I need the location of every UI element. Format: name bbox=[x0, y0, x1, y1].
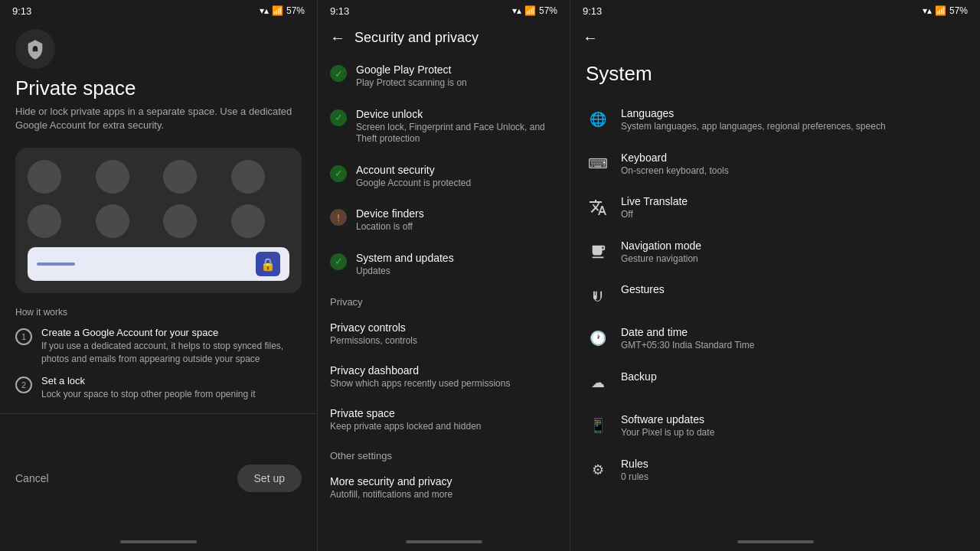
step-desc-1: If you use a dedicated account, it helps… bbox=[41, 340, 302, 366]
step-desc-2: Lock your space to stop other people fro… bbox=[41, 388, 256, 401]
system-updates-desc: Updates bbox=[356, 266, 454, 278]
gestures-icon bbox=[586, 283, 610, 308]
time-left: 9:13 bbox=[12, 5, 31, 17]
nav-line-right bbox=[737, 540, 814, 543]
wifi-icon-mid: ▾▴ bbox=[512, 5, 521, 16]
date-time-icon: 🕐 bbox=[586, 326, 610, 350]
software-updates-desc: Your Pixel is up to date bbox=[621, 427, 714, 439]
system-item-navigation-mode[interactable]: Navigation mode Gesture navigation bbox=[570, 230, 980, 275]
system-item-backup[interactable]: ☁ Backup bbox=[570, 361, 980, 404]
device-unlock-title: Device unlock bbox=[356, 108, 557, 120]
system-title: System bbox=[570, 54, 980, 98]
step-num-1: 1 bbox=[15, 328, 32, 345]
status-icons-right: ▾▴ 📶 57% bbox=[923, 5, 968, 16]
security-item-system-updates[interactable]: ✓ System and updates Updates bbox=[318, 243, 570, 287]
account-security-title: Account security bbox=[356, 164, 471, 176]
step-title-1: Create a Google Account for your space bbox=[41, 327, 302, 338]
action-buttons: Cancel Set up bbox=[0, 455, 317, 501]
more-security-title: More security and privacy bbox=[330, 475, 557, 487]
system-updates-status-icon: ✓ bbox=[330, 253, 347, 270]
privacy-dashboard-desc: Show which apps recently used permission… bbox=[330, 378, 557, 389]
app-icon-6 bbox=[96, 204, 129, 238]
system-item-date-time[interactable]: 🕐 Date and time GMT+05:30 India Standard… bbox=[570, 317, 980, 361]
private-space-title-mid: Private space bbox=[330, 407, 557, 419]
back-button-middle[interactable]: ← bbox=[330, 29, 345, 47]
live-translate-icon bbox=[586, 195, 610, 220]
app-icon-8 bbox=[231, 204, 265, 238]
nav-line-middle bbox=[406, 540, 482, 543]
backup-icon: ☁ bbox=[586, 370, 610, 395]
privacy-dashboard-title: Privacy dashboard bbox=[330, 364, 557, 377]
play-protect-title: Google Play Protect bbox=[356, 64, 467, 76]
battery-left: 57% bbox=[286, 5, 305, 16]
backup-title: Backup bbox=[621, 370, 657, 383]
nav-indicator-left bbox=[0, 536, 317, 551]
security-item-account-security[interactable]: ✓ Account security Google Account is pro… bbox=[318, 155, 570, 199]
panel-system: 9:13 ▾▴ 📶 57% ← System 🌐 Languages Syste… bbox=[570, 0, 980, 551]
play-protect-desc: Play Protect scanning is on bbox=[356, 77, 467, 90]
system-item-languages[interactable]: 🌐 Languages System languages, app langua… bbox=[570, 98, 980, 142]
system-item-software-updates[interactable]: 📱 Software updates Your Pixel is up to d… bbox=[570, 404, 980, 448]
security-item-device-finders[interactable]: ! Device finders Location is off bbox=[318, 198, 570, 243]
privacy-controls-title: Privacy controls bbox=[330, 321, 557, 334]
app-icon-2 bbox=[96, 160, 129, 194]
system-item-live-translate[interactable]: Live Translate Off bbox=[570, 186, 980, 230]
date-time-title: Date and time bbox=[621, 326, 754, 338]
privacy-item-dashboard[interactable]: Privacy dashboard Show which apps recent… bbox=[318, 355, 570, 398]
cancel-button[interactable]: Cancel bbox=[15, 472, 49, 484]
system-item-gestures[interactable]: Gestures bbox=[570, 274, 980, 317]
step-title-2: Set a lock bbox=[41, 375, 256, 386]
privacy-item-private-space[interactable]: Private space Keep private apps locked a… bbox=[318, 398, 570, 441]
app-icon-3 bbox=[163, 160, 197, 194]
play-protect-item[interactable]: ✓ Google Play Protect Play Protect scann… bbox=[318, 54, 570, 99]
device-finders-desc: Location is off bbox=[356, 221, 424, 233]
nav-indicator-right bbox=[570, 536, 980, 551]
how-item-2: 2 Set a lock Lock your space to stop oth… bbox=[0, 370, 317, 406]
nav-indicator-middle bbox=[318, 536, 570, 551]
navigation-mode-title: Navigation mode bbox=[621, 240, 701, 252]
phone-mockup: 🔒 bbox=[15, 148, 302, 293]
status-bar-middle: 9:13 ▾▴ 📶 57% bbox=[318, 0, 570, 21]
setup-button[interactable]: Set up bbox=[237, 465, 302, 492]
time-middle: 9:13 bbox=[330, 5, 349, 17]
device-unlock-desc: Screen lock, Fingerprint and Face Unlock… bbox=[356, 122, 557, 145]
private-space-desc: Hide or lock private apps in a separate … bbox=[0, 105, 317, 142]
app-icon-7 bbox=[163, 204, 197, 238]
system-item-keyboard[interactable]: ⌨ Keyboard On-screen keyboard, tools bbox=[570, 142, 980, 187]
app-icon-5 bbox=[28, 204, 61, 238]
battery-right: 57% bbox=[949, 5, 968, 16]
rules-title: Rules bbox=[621, 458, 648, 470]
account-security-status-icon: ✓ bbox=[330, 165, 347, 182]
privacy-section-label: Privacy bbox=[318, 287, 570, 312]
software-updates-icon: 📱 bbox=[586, 413, 610, 438]
top-bar-middle: ← Security and privacy bbox=[318, 21, 570, 54]
battery-middle: 57% bbox=[539, 5, 557, 16]
status-bar-left: 9:13 ▾▴ 📶 57% bbox=[0, 0, 317, 21]
phone-lock-icon: 🔒 bbox=[256, 252, 280, 276]
app-icon-1 bbox=[28, 160, 61, 194]
keyboard-title: Keyboard bbox=[621, 152, 729, 164]
privacy-item-controls[interactable]: Privacy controls Permissions, controls bbox=[318, 312, 570, 355]
system-item-rules[interactable]: ⚙ Rules 0 rules bbox=[570, 448, 980, 493]
app-icon-4 bbox=[231, 160, 265, 194]
device-unlock-status-icon: ✓ bbox=[330, 109, 347, 126]
private-space-desc-mid: Keep private apps locked and hidden bbox=[330, 421, 557, 432]
how-item-1: 1 Create a Google Account for your space… bbox=[0, 322, 317, 370]
top-bar-right: ← bbox=[570, 21, 980, 54]
bottom-divider bbox=[0, 413, 317, 414]
device-finders-status-icon: ! bbox=[330, 209, 347, 226]
nav-line-left bbox=[120, 540, 197, 543]
rules-desc: 0 rules bbox=[621, 471, 648, 484]
status-icons-left: ▾▴ 📶 57% bbox=[260, 5, 305, 16]
languages-title: Languages bbox=[621, 107, 886, 119]
software-updates-title: Software updates bbox=[621, 413, 714, 425]
other-section-label: Other settings bbox=[318, 441, 570, 466]
app-grid bbox=[28, 160, 289, 240]
step-num-2: 2 bbox=[15, 377, 32, 393]
security-item-device-unlock[interactable]: ✓ Device unlock Screen lock, Fingerprint… bbox=[318, 99, 570, 155]
device-finders-title: Device finders bbox=[356, 207, 424, 220]
other-item-more-security[interactable]: More security and privacy Autofill, noti… bbox=[318, 466, 570, 509]
panel-private-space: 9:13 ▾▴ 📶 57% Private space Hide or lock… bbox=[0, 0, 318, 551]
back-button-right[interactable]: ← bbox=[583, 29, 598, 47]
private-space-title: Private space bbox=[0, 69, 317, 105]
